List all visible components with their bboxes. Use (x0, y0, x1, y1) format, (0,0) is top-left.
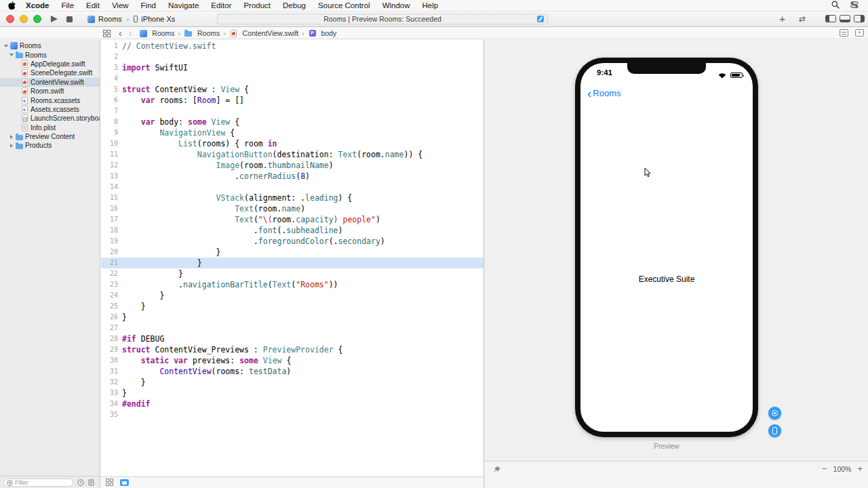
line-number[interactable]: 20 (101, 247, 122, 258)
code-line[interactable]: 11 NavigationButton(destination: Text(ro… (101, 149, 484, 160)
line-number[interactable]: 16 (101, 203, 122, 214)
line-number[interactable]: 5 (101, 84, 122, 95)
scheme-device-name[interactable]: iPhone Xs (141, 15, 175, 23)
navigator-item-room-swift[interactable]: Room.swift (0, 87, 100, 96)
line-number[interactable]: 17 (101, 214, 122, 225)
code-line[interactable]: 22 } (101, 268, 484, 279)
code-line[interactable]: 32 } (101, 377, 484, 388)
preview-content-text[interactable]: Executive Suite (580, 274, 753, 284)
control-center-icon[interactable] (850, 0, 859, 12)
menu-item-window[interactable]: Window (376, 0, 416, 12)
disclosure-closed-icon[interactable] (10, 135, 13, 139)
navigator-item-contentview-swift[interactable]: ContentView.swift (0, 78, 100, 87)
toggle-inspector-button[interactable] (854, 15, 865, 22)
library-button[interactable]: + (779, 14, 785, 24)
line-number[interactable]: 8 (101, 117, 122, 127)
line-number[interactable]: 9 (101, 127, 122, 138)
line-number[interactable]: 33 (101, 388, 122, 399)
line-number[interactable]: 6 (101, 95, 122, 106)
navigator-item-appdelegate-swift[interactable]: AppDelegate.swift (0, 60, 100, 68)
navigator-item-scenedelegate-swift[interactable]: SceneDelegate.swift (0, 68, 100, 77)
filter-field[interactable]: Filter (3, 479, 73, 487)
menu-item-navigate[interactable]: Navigate (162, 0, 205, 12)
code-line[interactable]: 6 var rooms: [Room] = [] (101, 95, 484, 106)
code-line[interactable]: 27 (101, 323, 484, 333)
toggle-debug-area-button[interactable] (840, 15, 850, 22)
line-number[interactable]: 26 (101, 312, 122, 323)
disclosure-open-icon[interactable] (9, 54, 14, 56)
recent-files-filter-icon[interactable] (77, 476, 84, 488)
menu-item-product[interactable]: Product (237, 0, 277, 12)
go-back-button[interactable]: ‹ (119, 28, 122, 39)
code-line[interactable]: 23 .navigationBarTitle(Text("Rooms")) (101, 279, 484, 290)
line-number[interactable]: 30 (101, 355, 122, 366)
navigator-item-rooms[interactable]: Rooms (0, 50, 100, 59)
breadcrumb-item[interactable]: Rooms (138, 29, 174, 37)
minimize-window-button[interactable] (20, 15, 28, 23)
line-number[interactable]: 14 (101, 182, 122, 192)
code-line[interactable]: 34#endif (101, 399, 484, 409)
line-number[interactable]: 27 (101, 323, 122, 333)
line-number[interactable]: 31 (101, 366, 122, 377)
line-number[interactable]: 34 (101, 399, 122, 409)
code-line[interactable]: 30 static var previews: some View { (101, 355, 484, 366)
code-line[interactable]: 8 var body: some View { (101, 117, 484, 127)
zoom-out-button[interactable]: − (822, 464, 827, 473)
line-number[interactable]: 25 (101, 301, 122, 312)
menu-item-view[interactable]: View (106, 0, 135, 12)
code-line[interactable]: 10 List(rooms) { room in (101, 138, 484, 149)
navigator-item-rooms[interactable]: Rooms (0, 41, 100, 50)
menu-item-find[interactable]: Find (135, 0, 162, 12)
code-line[interactable]: 28#if DEBUG (101, 333, 484, 344)
code-line[interactable]: 35 (101, 409, 484, 420)
scheme-selector[interactable]: Rooms › iPhone Xs (87, 15, 175, 23)
code-line[interactable]: 26} (101, 312, 484, 323)
menu-item-file[interactable]: File (56, 0, 81, 12)
code-line[interactable]: 4 (101, 73, 484, 84)
disclosure-open-icon[interactable] (4, 45, 8, 47)
go-forward-button[interactable]: › (129, 28, 132, 39)
code-line[interactable]: 29struct ContentView_Previews : PreviewP… (101, 344, 484, 355)
code-line[interactable]: 20 } (101, 247, 484, 258)
line-number[interactable]: 7 (101, 106, 122, 117)
line-number[interactable]: 3 (101, 62, 122, 73)
breadcrumb-item[interactable]: ContentView.swift (229, 29, 299, 37)
line-number[interactable]: 1 (101, 41, 122, 52)
line-number[interactable]: 19 (101, 236, 122, 247)
code-line[interactable]: 21 } (101, 258, 484, 268)
canvas-indicator-icon[interactable] (120, 479, 129, 486)
zoom-window-button[interactable] (33, 15, 41, 23)
line-number[interactable]: 10 (101, 138, 122, 149)
apple-menu-icon[interactable] (8, 1, 16, 10)
breadcrumb-item[interactable]: Rooms (184, 29, 220, 37)
breadcrumb-item[interactable]: body (308, 29, 337, 37)
code-editor[interactable]: 1// ContentView.swift23import SwiftUI45s… (101, 40, 484, 476)
navigator-item-preview-content[interactable]: Preview Content (0, 132, 100, 141)
code-line[interactable]: 25 } (101, 301, 484, 312)
source-control-filter-icon[interactable] (88, 476, 95, 488)
code-line[interactable]: 9 NavigationView { (101, 127, 484, 138)
code-line[interactable]: 12 Image(room.thumbnailName) (101, 160, 484, 171)
zoom-level[interactable]: 100% (833, 465, 852, 473)
line-number[interactable]: 15 (101, 192, 122, 203)
zoom-in-button[interactable]: + (857, 464, 863, 473)
spotlight-search-icon[interactable] (831, 0, 840, 12)
code-line[interactable]: 7 (101, 106, 484, 117)
line-number[interactable]: 32 (101, 377, 122, 388)
code-line[interactable]: 1// ContentView.swift (101, 41, 484, 52)
menu-item-edit[interactable]: Edit (80, 0, 106, 12)
code-line[interactable]: 5struct ContentView : View { (101, 84, 484, 95)
line-number[interactable]: 11 (101, 149, 122, 160)
toggle-navigator-button[interactable] (825, 15, 836, 22)
code-line[interactable]: 17 Text("\(room.capacity) people") (101, 214, 484, 225)
menu-item-source-control[interactable]: Source Control (312, 0, 376, 12)
adjust-editor-icon[interactable] (106, 476, 113, 488)
line-number[interactable]: 4 (101, 73, 122, 84)
navigator-item-launchscreen-storyboard[interactable]: LaunchScreen.storyboard (0, 114, 100, 123)
line-number[interactable]: 13 (101, 171, 122, 182)
line-number[interactable]: 21 (101, 258, 122, 268)
menu-item-xcode[interactable]: Xcode (20, 0, 56, 12)
add-editor-icon[interactable]: + (855, 29, 864, 37)
live-preview-button[interactable] (768, 407, 781, 420)
code-line[interactable]: 3import SwiftUI (101, 62, 484, 73)
